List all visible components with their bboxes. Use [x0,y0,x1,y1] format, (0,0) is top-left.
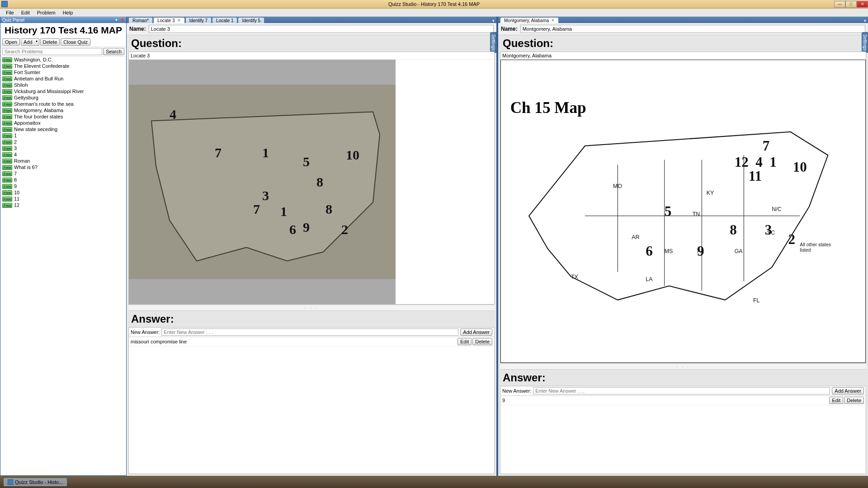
new-answer-row: New Answer: Add Answer [500,386,866,396]
editor-tab[interactable]: Identify 5 [238,17,264,23]
tag-free: Free [2,95,12,100]
search-button[interactable]: Search [103,48,124,55]
name-label: Name: [501,26,518,32]
edit-button[interactable]: Edit [829,397,843,404]
problem-item[interactable]: Free11 [0,196,126,202]
app-icon [1,1,8,7]
window-minimize-button[interactable]: — [834,1,845,8]
svg-text:2: 2 [788,231,796,247]
problem-item[interactable]: FreeWhat is 6? [0,164,126,170]
panel-dropdown-icon[interactable]: ▾ [492,19,495,23]
horizontal-splitter[interactable]: · · · [128,305,495,311]
editor-tab[interactable]: Roman* [128,17,153,23]
tag-free: Free [2,203,12,208]
tag-free: Free [2,108,12,113]
map-num: 10 [346,147,359,162]
taskbar: Quizz Studio - Histo... [0,476,868,488]
window-maximize-button[interactable]: □ [845,1,857,8]
add-answer-button[interactable]: Add Answer [832,387,864,394]
new-answer-input[interactable] [161,328,458,336]
problem-label: Antietam and Bull Run [14,76,63,81]
problem-item[interactable]: Free3 [0,145,126,151]
menu-problem[interactable]: Problem [33,9,59,16]
problem-item[interactable]: FreeFort Sumter [0,69,126,75]
problem-item[interactable]: FreeVicksburg and Mississippi River [0,88,126,94]
problem-item[interactable]: FreeWashington, D.C. [0,56,126,63]
close-icon[interactable]: ✕ [551,18,555,23]
right-editor-content: Settings Name: Question: Montgomery, Ala… [498,23,868,476]
left-editor-content: Settings Name: Question: Locate 3 [127,23,496,476]
settings-tab-left[interactable]: Settings [490,32,496,53]
svg-text:All other states: All other states [800,242,830,247]
settings-tab-right[interactable]: Settings [862,32,868,53]
search-input[interactable] [2,48,102,55]
add-button[interactable]: Add [21,38,39,46]
delete-button[interactable]: Delete [40,38,60,46]
quiz-toolbar: Open Add Delete Close Quiz [0,38,126,47]
quiz-panel-header: Quiz Panel ▾ 📌 [0,17,126,23]
problem-list[interactable]: FreeWashington, D.C.FreeThe Elevent Conf… [0,56,126,475]
problem-item[interactable]: FreeMontgomery, Alabama [0,107,126,113]
main-area: Quiz Panel ▾ 📌 History 170 Test 4.16 MAP… [0,17,868,476]
panel-pin-icon[interactable]: 📌 [119,18,124,22]
horizontal-splitter[interactable]: · · · [500,363,866,370]
problem-item[interactable]: FreeThe Elevent Confederate [0,63,126,69]
editor-left: Roman*Locate 3✕Identify 7Locate 1Identif… [127,17,498,476]
problem-item[interactable]: FreeGettysburg [0,94,126,101]
editor-tab[interactable]: Locate 3✕ [153,17,184,23]
editor-tab[interactable]: Montgomery, Alabama✕ [500,17,559,23]
svg-text:MO: MO [613,183,622,189]
problem-label: 1 [14,133,17,138]
name-input[interactable] [520,25,865,33]
menu-file[interactable]: File [2,9,18,16]
close-quiz-button[interactable]: Close Quiz [61,38,90,46]
tag-free: Free [2,152,12,157]
problem-item[interactable]: Free9 [0,183,126,189]
answer-text: 9 [502,398,829,403]
tag-free: Free [2,127,12,132]
problem-item[interactable]: Free4 [0,151,126,158]
svg-text:12: 12 [735,154,749,170]
problem-item[interactable]: FreeSherman's route to the sea [0,101,126,107]
problem-item[interactable]: Free12 [0,202,126,208]
delete-button[interactable]: Delete [472,338,492,345]
problem-label: The four border states [14,114,63,119]
question-body: Locate 3 4 7 1 5 10 8 [128,52,495,305]
problem-label: 7 [14,171,17,176]
problem-item[interactable]: FreeRoman [0,158,126,164]
problem-item[interactable]: FreeNew state seceding [0,126,126,132]
svg-text:N/C: N/C [772,206,781,213]
panel-dropdown-icon[interactable]: ▾ [115,18,118,22]
map-num: 8 [326,202,332,216]
problem-item[interactable]: Free8 [0,177,126,183]
new-answer-input[interactable] [533,387,830,394]
menu-help[interactable]: Help [59,9,77,16]
problem-item[interactable]: FreeAppomattox [0,120,126,126]
map-num: 9 [303,220,310,235]
add-answer-button[interactable]: Add Answer [460,328,492,336]
problem-item[interactable]: FreeThe four border states [0,113,126,120]
menu-edit[interactable]: Edit [18,9,33,16]
tag-free: Free [2,121,12,126]
problem-item[interactable]: Free1 [0,132,126,139]
problem-item[interactable]: Free7 [0,170,126,177]
problem-item[interactable]: Free10 [0,189,126,196]
taskbar-item-label: Quizz Studio - Histo... [15,479,63,485]
svg-text:FL: FL [753,297,760,304]
editor-tab[interactable]: Identify 7 [185,17,212,23]
problem-item[interactable]: FreeAntietam and Bull Run [0,75,126,82]
panel-dropdown-icon[interactable]: ▾ [864,19,866,23]
taskbar-item[interactable]: Quizz Studio - Histo... [4,478,67,486]
edit-button[interactable]: Edit [458,338,472,345]
name-label: Name: [129,26,146,32]
problem-label: 3 [14,145,17,151]
problem-item[interactable]: Free2 [0,139,126,145]
quiz-panel: Quiz Panel ▾ 📌 History 170 Test 4.16 MAP… [0,17,127,476]
editor-tab[interactable]: Locate 1 [212,17,237,23]
problem-item[interactable]: FreeShiloh [0,82,126,88]
close-icon[interactable]: ✕ [177,18,181,23]
open-button[interactable]: Open [2,38,20,46]
window-close-button[interactable]: ✕ [857,1,868,8]
delete-button[interactable]: Delete [844,397,864,404]
name-input[interactable] [149,25,494,33]
